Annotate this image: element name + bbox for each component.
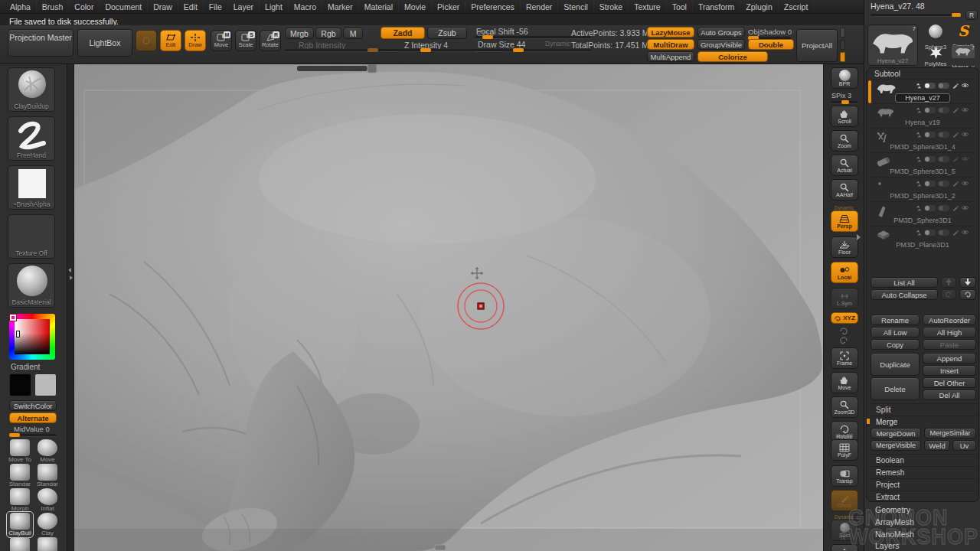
sculpt-canvas[interactable] xyxy=(67,64,823,551)
del-all-button[interactable]: Del All xyxy=(923,390,976,400)
current-brush-claybuildup[interactable]: ClayBuildup xyxy=(8,67,55,112)
ghost-button[interactable]: Ghost xyxy=(831,490,858,511)
m-button[interactable]: M xyxy=(343,28,363,39)
solo-button[interactable]: Solo xyxy=(831,520,858,541)
tray-collapse-arrow-right[interactable] xyxy=(70,276,73,280)
menu-light[interactable]: Light xyxy=(260,1,289,13)
menu-zscript[interactable]: Zscript xyxy=(779,1,815,13)
clipped-button-3[interactable] xyxy=(840,52,845,62)
panel-divider-arrow[interactable] xyxy=(857,234,861,240)
scale-button[interactable]: S Scale xyxy=(235,30,256,51)
del-other-button[interactable]: Del Other xyxy=(923,377,976,388)
menu-alpha[interactable]: Alpha xyxy=(5,1,37,13)
current-material[interactable]: BasicMaterial xyxy=(8,263,55,308)
subtool-row-hyena-v27[interactable]: Hyena_v27 xyxy=(871,79,974,103)
current-alpha[interactable]: ~BrushAlpha xyxy=(8,165,55,210)
menu-transform[interactable]: Transform xyxy=(693,1,740,13)
local-button[interactable]: Local xyxy=(831,262,858,283)
palette-layers[interactable]: Layers xyxy=(875,541,900,550)
canvas-left-strip[interactable] xyxy=(67,64,74,551)
menu-color[interactable]: Color xyxy=(69,1,100,13)
subtool-header[interactable]: Subtool xyxy=(867,68,978,79)
rgb-button[interactable]: Rgb xyxy=(315,28,341,39)
rotate-cw-icon[interactable] xyxy=(839,337,848,344)
menu-document[interactable]: Document xyxy=(100,1,148,13)
mergesimilar-button[interactable]: MergeSimilar xyxy=(924,428,976,439)
scroll-button[interactable]: Scroll xyxy=(831,106,858,127)
menu-movie[interactable]: Movie xyxy=(399,1,432,13)
menu-brush[interactable]: Brush xyxy=(37,1,69,13)
brush-standard1[interactable]: Standar xyxy=(8,464,32,487)
brush-move[interactable]: Move xyxy=(35,439,60,463)
alternate-button[interactable]: Alternate xyxy=(9,412,57,423)
current-tool-thumb[interactable]: 7 Hyena_v27 xyxy=(867,24,918,66)
brush-partial1[interactable] xyxy=(8,537,32,551)
transp-button[interactable]: Transp xyxy=(831,465,858,487)
lsym-button[interactable]: L.Sym xyxy=(831,288,858,309)
current-texture[interactable]: Texture Off xyxy=(8,214,55,259)
boolean-section[interactable]: Boolean xyxy=(870,454,977,465)
menu-stencil[interactable]: Stencil xyxy=(558,1,594,13)
canvas-hscroll-track[interactable] xyxy=(297,66,368,71)
move3d-button[interactable]: Move xyxy=(831,372,858,393)
menu-material[interactable]: Material xyxy=(359,1,399,13)
zsub-button[interactable]: Zsub xyxy=(427,27,467,39)
brush-clay[interactable]: Clay xyxy=(35,513,60,536)
paste-button[interactable]: Paste xyxy=(923,339,976,350)
bpr-button[interactable]: BPR xyxy=(831,67,858,89)
mergevisible-button[interactable]: MergeVisible xyxy=(871,440,921,451)
subtool-moveup-button[interactable] xyxy=(941,289,956,300)
zadd-button[interactable]: Zadd xyxy=(381,27,425,39)
switchcolor-button[interactable]: SwitchColor xyxy=(9,400,57,411)
gradient-label[interactable]: Gradient xyxy=(11,363,40,371)
menu-tool[interactable]: Tool xyxy=(667,1,693,13)
polyf-button[interactable]: PolyF xyxy=(831,439,858,461)
tool-header-slider[interactable] xyxy=(871,14,961,16)
projection-master-button[interactable]: Projection Master xyxy=(8,29,74,57)
xyz-button[interactable]: XYZ xyxy=(831,312,858,324)
autoreorder-button[interactable]: AutoReorder xyxy=(923,315,976,325)
menu-stroke[interactable]: Stroke xyxy=(594,1,629,13)
clipped-button-2[interactable] xyxy=(840,40,845,50)
aahalf-button[interactable]: AAHalf xyxy=(831,179,858,201)
brush-claybuildup-selected[interactable]: ClayBuil xyxy=(8,513,32,536)
brush-moveto[interactable]: Move To xyxy=(8,439,32,463)
subtool-movedown-button[interactable] xyxy=(959,289,976,300)
tool-hyena-prev[interactable]: 7 Hyena_v xyxy=(950,46,976,67)
rename-button[interactable]: Rename xyxy=(871,315,920,325)
menu-file[interactable]: File xyxy=(204,1,228,13)
tool-sphere3d[interactable]: Sphere3 xyxy=(923,24,949,45)
brush-morph[interactable]: Morph xyxy=(8,488,32,512)
merge-section[interactable]: Merge xyxy=(870,416,977,427)
extract-section[interactable]: Extract xyxy=(870,491,977,502)
midvalue-label[interactable]: MidValue 0 xyxy=(14,425,50,433)
colorize-button[interactable]: Colorize xyxy=(697,51,768,62)
spix-slider[interactable] xyxy=(831,101,858,103)
clipped-button-1[interactable] xyxy=(840,28,845,37)
persp-button[interactable]: Persp xyxy=(831,210,858,232)
subtool-row-sphere3d1-2[interactable]: PM3D_Sphere3D1_2 xyxy=(871,177,974,201)
copy-button[interactable]: Copy xyxy=(871,339,920,350)
rotate-ccw-icon[interactable] xyxy=(839,328,848,335)
mrgb-button[interactable]: Mrgb xyxy=(285,28,314,39)
menu-layer[interactable]: Layer xyxy=(228,1,260,13)
split-section[interactable]: Split xyxy=(870,403,977,415)
menu-zplugin[interactable]: Zplugin xyxy=(740,1,778,13)
brush-standard2[interactable]: Standar xyxy=(35,464,60,487)
subtool-row-sphere3d1-4[interactable]: PM3D_Sphere3D1_4 xyxy=(871,128,974,152)
palette-arraymesh[interactable]: ArrayMesh xyxy=(875,517,914,527)
brush-inflat[interactable]: Inflat xyxy=(35,488,60,512)
spix-label[interactable]: SPix 3 xyxy=(831,92,851,99)
multiappend-button[interactable]: MultiAppend xyxy=(647,51,694,62)
edit-button[interactable]: Edit xyxy=(160,30,181,51)
brush-partial2[interactable] xyxy=(35,537,60,551)
tray-collapse-arrow-left[interactable] xyxy=(68,268,71,272)
menu-picker[interactable]: Picker xyxy=(432,1,466,13)
move-button[interactable]: M Move xyxy=(211,30,232,51)
frame-button[interactable]: Frame xyxy=(831,347,858,369)
subtool-row-sphere3d1-5[interactable]: PM3D_Sphere3D1_5 xyxy=(871,152,974,177)
all-low-button[interactable]: All Low xyxy=(871,327,920,337)
dynamic-label[interactable]: Dynamic xyxy=(545,40,570,47)
menu-edit[interactable]: Edit xyxy=(178,1,204,13)
all-high-button[interactable]: All High xyxy=(923,327,976,337)
